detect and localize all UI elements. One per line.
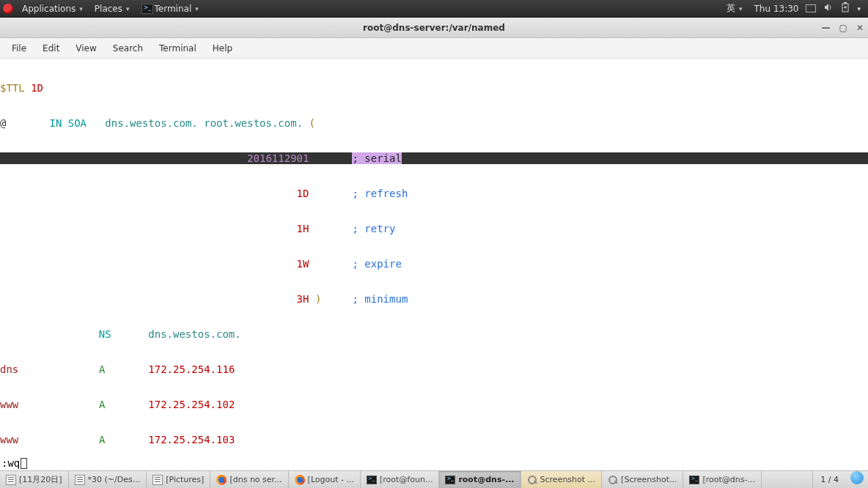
highlighted-line: 2016112901 ; serial	[0, 152, 868, 164]
menu-terminal[interactable]: Terminal	[152, 40, 204, 56]
minimize-button[interactable]: —	[822, 23, 831, 33]
type-soa: SOA	[68, 117, 87, 129]
text-file-icon	[152, 475, 163, 485]
record-addr: 172.25.254.103	[148, 434, 235, 446]
menu-help[interactable]: Help	[205, 40, 240, 56]
firefox-icon	[216, 475, 227, 485]
record-type: A	[99, 363, 105, 375]
selected-text: ; serial	[352, 152, 401, 164]
soa-rname: root.westos.com.	[204, 117, 303, 129]
paren-open: (	[309, 117, 315, 129]
task-item[interactable]: [Pictures]	[147, 471, 210, 488]
close-button[interactable]: ✕	[856, 23, 864, 33]
type-ns: NS	[99, 328, 111, 340]
places-menu[interactable]: Places	[90, 2, 134, 15]
workspace-switcher-icon[interactable]	[850, 471, 864, 484]
cursor	[21, 458, 27, 469]
task-item[interactable]: [11月20日]	[0, 471, 69, 488]
task-label: [Logout - ...	[308, 475, 354, 484]
ime-indicator[interactable]: 英	[722, 1, 747, 16]
terminal-launcher-label: Terminal	[155, 4, 192, 14]
task-item[interactable]: [root@foun...	[361, 471, 439, 488]
distro-icon	[3, 4, 13, 14]
top-panel: Applications Places Terminal 英 Thu 13:30…	[0, 0, 868, 18]
task-label: [Pictures]	[166, 475, 204, 484]
applications-menu[interactable]: Applications	[18, 2, 87, 15]
clock[interactable]: Thu 13:30	[754, 4, 799, 14]
refresh-value: 1D	[297, 188, 309, 199]
expire-comment: ; expire	[352, 258, 401, 270]
record-name: www	[0, 434, 18, 446]
terminal-content[interactable]: $TTL 1D @ IN SOA dns.westos.com. root.we…	[0, 59, 868, 470]
menubar: File Edit View Search Terminal Help	[0, 38, 868, 59]
refresh-comment: ; refresh	[352, 188, 408, 199]
task-item[interactable]: [dns no ser...	[210, 471, 288, 488]
terminal-icon	[367, 476, 377, 484]
ttl-value: 1D	[31, 82, 43, 94]
expire-value: 1W	[297, 258, 309, 270]
task-label: root@dns-...	[458, 475, 514, 484]
task-label: [root@dns-...	[702, 475, 755, 484]
ns-host: dns.westos.com.	[148, 328, 240, 340]
magnifier-icon	[608, 475, 618, 485]
task-item[interactable]: Screenshot ...	[521, 471, 603, 488]
task-label: [root@foun...	[380, 475, 433, 484]
terminal-icon	[141, 4, 153, 14]
task-label: [11月20日]	[19, 474, 62, 485]
menu-search[interactable]: Search	[106, 40, 150, 56]
menu-edit[interactable]: Edit	[35, 40, 67, 56]
retry-comment: ; retry	[352, 223, 395, 234]
task-label: [Screenshot...	[621, 475, 677, 484]
window-title: root@dns-server:/var/named	[0, 23, 868, 33]
task-item-active[interactable]: root@dns-...	[439, 471, 521, 488]
task-item[interactable]: [Logout - ...	[289, 471, 361, 488]
vim-command-line[interactable]: :wq	[0, 456, 868, 470]
terminal-icon	[445, 476, 455, 484]
terminal-icon	[689, 476, 699, 484]
task-item[interactable]: *30 (~/Des...	[69, 471, 147, 488]
origin-symbol: @	[0, 117, 6, 129]
titlebar[interactable]: root@dns-server:/var/named — ▢ ✕	[0, 18, 868, 38]
caret-down-icon[interactable]: ▾	[857, 5, 861, 12]
task-label: Screenshot ...	[540, 475, 596, 484]
record-addr: 172.25.254.116	[148, 363, 235, 375]
task-label: *30 (~/Des...	[88, 475, 141, 484]
workspace-label: 1 / 4	[820, 475, 839, 484]
task-item[interactable]: [root@dns-...	[683, 471, 762, 488]
screen-icon[interactable]	[806, 4, 816, 12]
terminal-window: root@dns-server:/var/named — ▢ ✕ File Ed…	[0, 18, 868, 470]
task-label: [dns no ser...	[229, 475, 282, 484]
text-file-icon	[6, 475, 16, 485]
terminal-launcher[interactable]: Terminal	[137, 2, 203, 15]
vim-command-text: :wq	[1, 457, 20, 469]
workspace-indicator[interactable]: 1 / 4	[812, 471, 846, 488]
svg-rect-1	[844, 2, 847, 4]
firefox-icon	[295, 475, 305, 485]
record-name: www	[0, 399, 18, 410]
system-tray: 英 Thu 13:30 ▾	[722, 1, 865, 16]
class-in: IN	[49, 117, 62, 129]
record-addr: 172.25.254.102	[148, 399, 235, 410]
ttl-directive: $TTL	[0, 82, 25, 94]
paren-close: )	[315, 293, 321, 305]
battery-icon[interactable]	[841, 2, 850, 15]
record-type: A	[99, 399, 105, 410]
soa-mname: dns.westos.com.	[105, 117, 197, 129]
record-name: dns	[0, 363, 18, 375]
volume-icon[interactable]	[823, 2, 834, 15]
task-item[interactable]: [Screenshot...	[602, 471, 683, 488]
menu-view[interactable]: View	[68, 40, 103, 56]
serial-value: 2016112901	[247, 152, 309, 164]
retry-value: 1H	[297, 223, 309, 234]
text-file-icon	[75, 475, 85, 485]
record-type: A	[99, 434, 105, 446]
menu-file[interactable]: File	[4, 40, 34, 56]
maximize-button[interactable]: ▢	[839, 23, 847, 33]
minimum-comment: ; minimum	[352, 293, 408, 305]
bottom-taskbar: [11月20日] *30 (~/Des... [Pictures] [dns n…	[0, 470, 868, 488]
magnifier-icon	[527, 475, 537, 485]
minimum-value: 3H	[297, 293, 309, 305]
